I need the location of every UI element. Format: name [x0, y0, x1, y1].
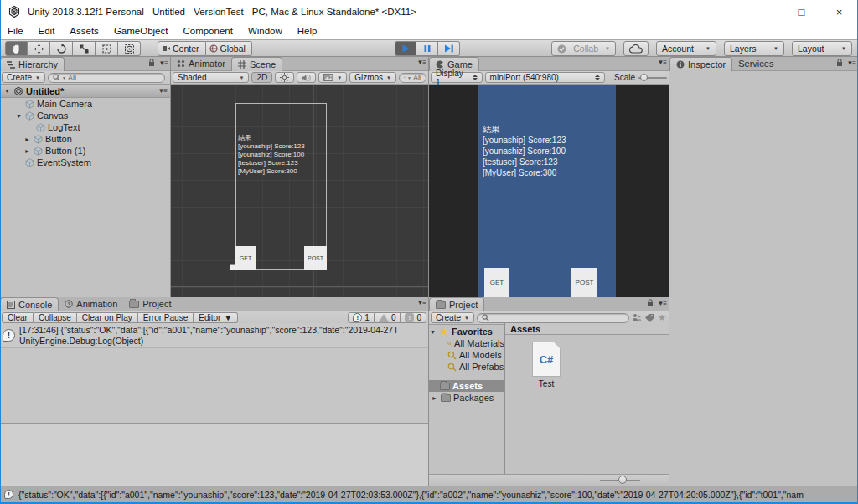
lock-icon[interactable]	[148, 59, 155, 67]
rotate-tool-button[interactable]	[50, 41, 73, 56]
lock-icon[interactable]	[836, 59, 843, 67]
pivot-global-button[interactable]: Global	[206, 41, 252, 56]
hand-tool-button[interactable]	[5, 41, 28, 56]
search-by-label-icon[interactable]	[644, 313, 654, 322]
scene-audio-button[interactable]	[297, 72, 316, 83]
display-dropdown[interactable]: Display 1	[431, 72, 483, 83]
pause-button[interactable]	[416, 41, 438, 56]
favorite-all-prefabs[interactable]: All Prefabs	[429, 361, 504, 373]
console-clear-button[interactable]: Clear	[2, 312, 34, 323]
foldout-open-icon[interactable]: ▼	[15, 113, 23, 119]
scene-effects-dropdown[interactable]: ▼	[318, 72, 347, 83]
minimize-button[interactable]: —	[745, 0, 783, 23]
scene-menu-icon[interactable]: ▼≡	[158, 87, 167, 95]
project-search-input[interactable]	[477, 313, 629, 323]
info-count-toggle[interactable]: ! 1	[348, 312, 375, 323]
hierarchy-create-button[interactable]: Create ▼	[2, 72, 45, 83]
hierarchy-search-input[interactable]: ▼ All	[48, 73, 165, 83]
scale-slider-knob[interactable]	[640, 74, 648, 81]
hierarchy-item-main-camera[interactable]: Main Camera	[0, 98, 170, 110]
hierarchy-item-button[interactable]: ► Button	[0, 133, 170, 145]
hierarchy-item-button-1[interactable]: ► Button (1)	[0, 145, 170, 157]
step-button[interactable]	[438, 41, 460, 56]
thumbnail-size-knob[interactable]	[618, 476, 627, 484]
scene-search-input[interactable]: ▼ All	[399, 73, 426, 83]
scene-post-button[interactable]: POST	[304, 246, 327, 270]
account-dropdown[interactable]: Account ▼	[656, 41, 716, 56]
asset-test-script[interactable]: C# Test	[528, 342, 565, 388]
menu-edit[interactable]: Edit	[31, 23, 63, 39]
favorites-root[interactable]: ▼ ★ Favorites	[429, 326, 504, 337]
console-editor-dropdown[interactable]: Editor ▼	[194, 312, 238, 323]
scale-slider[interactable]	[638, 77, 667, 79]
foldout-open-icon[interactable]: ▼	[3, 88, 11, 94]
scale-tool-button[interactable]	[73, 41, 96, 56]
error-count-toggle[interactable]: ! 0	[401, 312, 426, 323]
2d-toggle-button[interactable]: 2D	[251, 72, 272, 83]
favorites-star-icon[interactable]: ★	[657, 312, 667, 323]
resolution-dropdown[interactable]: miniPort (540:980)	[485, 72, 605, 83]
search-by-type-icon[interactable]	[632, 313, 642, 322]
layout-dropdown[interactable]: Layout ▼	[792, 41, 852, 56]
transform-tool-button[interactable]	[118, 41, 141, 56]
tab-scene[interactable]: Scene	[231, 57, 282, 71]
menu-assets[interactable]: Assets	[62, 23, 106, 39]
game-get-button[interactable]: GET	[484, 268, 509, 297]
panel-menu-icon[interactable]: ▼≡	[416, 299, 426, 306]
foldout-closed-icon[interactable]: ►	[23, 136, 31, 142]
hierarchy-item-logtext[interactable]: LogText	[0, 121, 170, 133]
menu-file[interactable]: File	[0, 23, 31, 39]
layers-dropdown[interactable]: Layers ▼	[724, 41, 784, 56]
packages-folder-row[interactable]: ► Packages	[429, 392, 504, 404]
scene-viewport[interactable]: 結果 [younaship] Score:123 [younashiz] Sco…	[171, 85, 428, 297]
foldout-closed-icon[interactable]: ►	[431, 395, 438, 401]
cloud-services-button[interactable]	[623, 41, 649, 56]
play-button[interactable]	[395, 41, 416, 56]
menu-help[interactable]: Help	[290, 23, 325, 39]
console-collapse-button[interactable]: Collapse	[34, 312, 77, 323]
tab-services[interactable]: Services	[732, 57, 779, 70]
scene-lighting-button[interactable]	[275, 72, 294, 83]
menu-component[interactable]: Component	[175, 23, 240, 39]
favorite-all-models[interactable]: All Models	[429, 349, 504, 361]
close-button[interactable]: ×	[820, 0, 858, 23]
tab-project[interactable]: Project	[429, 297, 484, 311]
gizmos-dropdown[interactable]: Gizmos ▼	[349, 72, 396, 83]
foldout-closed-icon[interactable]: ►	[23, 148, 31, 154]
assets-folder-row[interactable]: Assets	[429, 380, 504, 392]
tab-animator[interactable]: Animator	[171, 57, 231, 70]
menu-gameobject[interactable]: GameObject	[106, 23, 176, 39]
scene-header-row[interactable]: ▼ Untitled* ▼≡	[0, 85, 170, 98]
hierarchy-item-canvas[interactable]: ▼ Canvas	[0, 110, 170, 121]
scene-log-text[interactable]: 結果 [younaship] Score:123 [younashiz] Sco…	[238, 134, 305, 176]
canvas-rect-outline[interactable]	[235, 103, 327, 270]
lock-icon[interactable]	[647, 299, 654, 307]
favorite-all-materials[interactable]: All Materials	[429, 337, 504, 349]
shading-mode-dropdown[interactable]: Shaded ▼	[173, 72, 249, 83]
game-post-button[interactable]: POST	[571, 268, 597, 297]
tab-inspector[interactable]: Inspector	[669, 57, 732, 71]
tab-hierarchy[interactable]: Hierarchy	[0, 57, 65, 71]
panel-menu-icon[interactable]: ▼≡	[416, 59, 426, 66]
collab-button[interactable]: Collab ▼	[551, 41, 616, 56]
panel-menu-icon[interactable]: ▼≡	[158, 59, 168, 67]
console-log-entry[interactable]: ! [17:31:46] {"status":"OK","data":[{"id…	[0, 323, 428, 348]
maximize-button[interactable]: □	[783, 0, 820, 23]
rect-tool-button[interactable]	[96, 41, 118, 56]
status-bar[interactable]: ! {"status":"OK","data":[{"id":"a001","n…	[0, 486, 858, 502]
move-tool-button[interactable]	[28, 41, 50, 56]
project-create-button[interactable]: Create ▼	[431, 312, 474, 323]
pivot-center-button[interactable]: Center	[158, 41, 206, 56]
tab-console[interactable]: Console	[0, 297, 59, 311]
console-clear-on-play-button[interactable]: Clear on Play	[77, 312, 138, 323]
scene-get-button[interactable]: GET	[235, 246, 256, 270]
foldout-open-icon[interactable]: ▼	[429, 329, 437, 335]
tab-project-console[interactable]: Project	[123, 297, 177, 311]
console-error-pause-button[interactable]: Error Pause	[138, 312, 194, 323]
hierarchy-item-eventsystem[interactable]: EventSystem	[0, 157, 170, 168]
tab-animation[interactable]: Animation	[59, 297, 123, 311]
panel-menu-icon[interactable]: ▼≡	[846, 59, 855, 67]
panel-menu-icon[interactable]: ▼≡	[657, 59, 666, 66]
panel-menu-icon[interactable]: ▼≡	[657, 300, 666, 307]
warning-count-toggle[interactable]: 0	[375, 312, 401, 323]
